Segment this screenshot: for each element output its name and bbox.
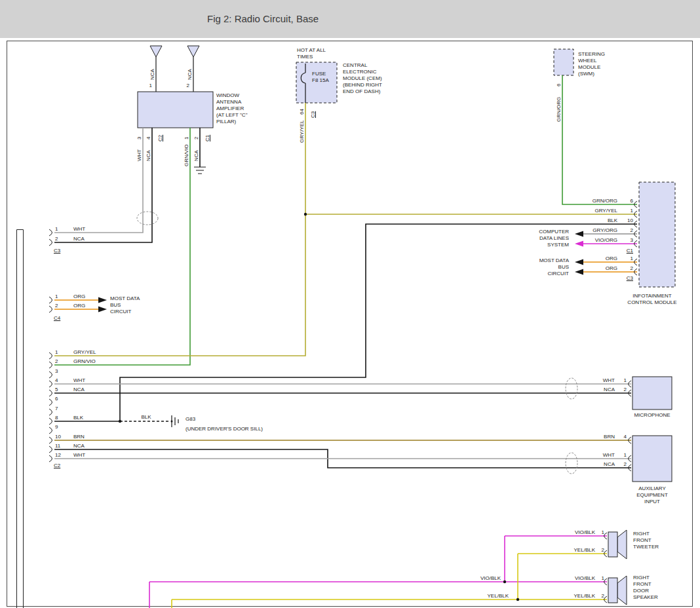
- icm-pin-2: 2: [623, 227, 633, 234]
- c3-wire-wht: WHT: [73, 226, 85, 233]
- icm-wire-vio-org: VIO/ORG: [581, 237, 617, 244]
- c2-pin-6: 6: [55, 396, 66, 402]
- infotainment-module-label: INFOTAINMENT CONTROL MODULE: [626, 293, 678, 306]
- icm-pin-arcs: [634, 201, 638, 275]
- icm-pin-c3-1: 1: [623, 256, 633, 262]
- door-speaker-pin-2: 2: [598, 593, 604, 599]
- icm-wire-grn-org: GRN/ORG: [581, 198, 617, 204]
- junction-dots: [119, 213, 519, 601]
- swm-box: [554, 49, 574, 75]
- fuse-label: FUSE F8 15A: [312, 71, 329, 84]
- amp-pin-3: 3: [136, 137, 142, 140]
- icm-connector-c1: C1: [621, 248, 633, 254]
- c4-wire-org-1: ORG: [73, 294, 85, 300]
- c2-pin-1: 1: [55, 349, 66, 356]
- c2-wire-1: GRY/YEL: [73, 349, 96, 356]
- c4-pin-1: 1: [55, 294, 64, 300]
- antenna2-wire-label: NCA: [187, 69, 193, 80]
- amp-pin-2: 2: [193, 137, 199, 140]
- icm-wire-gry-yel: GRY/YEL: [581, 208, 617, 214]
- icm-wire-gry-org: GRY/ORG: [581, 227, 617, 234]
- amp-wire-nca: NCA: [146, 150, 151, 161]
- amp-pin-1: 1: [184, 137, 189, 140]
- door-speaker-pin-1: 1: [598, 575, 604, 582]
- door-speaker-wire-vio-blk: VIO/BLK: [561, 575, 595, 582]
- tweeter-pin-2: 2: [598, 547, 604, 554]
- wire-amp-grn-vio: [54, 128, 190, 365]
- icm-pin-1: 1: [623, 208, 633, 214]
- aux-pin-arcs: [629, 437, 632, 471]
- c2-wire-4: WHT: [73, 377, 85, 384]
- door-speaker-label: RIGHT FRONT DOOR SPEAKER: [633, 575, 659, 601]
- connector-c4-pins: [49, 297, 52, 313]
- infotainment-module-box: [639, 182, 675, 287]
- c2-pin-9: 9: [55, 424, 66, 430]
- microphone-label: MICROPHONE: [632, 412, 672, 419]
- bottom-vio-blk-label: VIO/BLK: [469, 575, 501, 582]
- icm-pin-c3-2: 2: [623, 265, 633, 272]
- mic-wire-wht: WHT: [581, 377, 615, 384]
- tweeter-symbol: [608, 530, 627, 559]
- c2-pin-3: 3: [55, 368, 66, 375]
- c3-wire-nca: NCA: [73, 236, 85, 242]
- swm-label: STEERING WHEEL MODULE (SWM): [578, 51, 610, 77]
- c2-wire-8: BLK: [73, 415, 83, 421]
- hot-at-all-times-label: HOT AT ALL TIMES: [297, 47, 326, 60]
- c2-wire-10: BRN: [73, 434, 85, 440]
- c2-pin-12: 12: [55, 452, 66, 459]
- amplifier-label: WINDOW ANTENNA AMPLIFIER (AT LEFT "C" PI…: [216, 92, 250, 125]
- amp-connector-c2: C2: [157, 135, 163, 142]
- c2-pin-8: 8: [55, 415, 66, 421]
- c2-wire-5: NCA: [73, 387, 85, 393]
- c2-pin-4: 4: [55, 377, 66, 384]
- ground-symbol-amp: [194, 167, 206, 174]
- amp-wire-nca2: NCA: [193, 150, 199, 161]
- g83-location: (UNDER DRIVER'S DOOR SILL): [185, 426, 263, 432]
- wire-amp-wht: [54, 128, 143, 233]
- bottom-yel-blk-label: YEL/BLK: [477, 593, 509, 599]
- door-speaker-wire-yel-blk: YEL/BLK: [561, 593, 595, 599]
- antenna1-pin: 1: [143, 83, 152, 89]
- mic-wire-nca: NCA: [581, 387, 615, 393]
- tweeter-wire-yel-blk: YEL/BLK: [561, 547, 595, 554]
- door-speaker-symbol: [608, 576, 627, 605]
- mic-pin-2: 2: [619, 387, 627, 393]
- cem-label: CENTRAL ELECTRONIC MODULE (CEM) (BEHIND …: [343, 62, 383, 95]
- amp-wire-wht: WHT: [136, 149, 142, 161]
- c2-pin-5: 5: [55, 387, 66, 393]
- wire-icm-blk: [120, 224, 637, 421]
- c3-pin-1: 1: [55, 226, 64, 233]
- icm-wire-org-2: ORG: [581, 265, 617, 272]
- icm-pin-3: 3: [623, 237, 633, 244]
- c2-pin-2: 2: [55, 358, 66, 365]
- most-data-bus-label-right: MOST DATA BUS CIRCUIT: [537, 257, 569, 277]
- window-antenna-amplifier-box: [138, 92, 213, 128]
- cem-connector-c3: C3: [310, 111, 316, 118]
- c4-connector-label: C4: [54, 315, 60, 322]
- tweeter-label: RIGHT FRONT TWEETER: [633, 531, 659, 550]
- wire-amp-nca: [54, 128, 152, 242]
- c2-wire-12: WHT: [73, 452, 85, 459]
- amp-pin-4: 4: [146, 137, 151, 140]
- icm-wire-org-1: ORG: [581, 256, 617, 262]
- icm-connector-c3: C3: [621, 275, 633, 282]
- g83-name: G83: [185, 416, 195, 423]
- aux-input-box: [632, 436, 672, 482]
- aux-wire-wht: WHT: [581, 452, 615, 459]
- aux-wire-brn: BRN: [581, 434, 615, 440]
- arrow-c4-most-1: [98, 297, 107, 303]
- most-data-bus-label-left: MOST DATA BUS CIRCUIT: [110, 295, 142, 315]
- aux-pin-4: 4: [619, 434, 627, 440]
- mic-pin-1: 1: [619, 377, 627, 384]
- connector-c2-pins: [49, 352, 52, 462]
- c4-pin-2: 2: [55, 303, 64, 309]
- c2-wire-2: GRN/VIO: [73, 358, 96, 365]
- amp-wire-grn-vio: GRN/VIO: [184, 144, 189, 166]
- tweeter-wire-vio-blk: VIO/BLK: [561, 529, 595, 536]
- c2-pin-7: 7: [55, 406, 66, 412]
- swm-wire-grn-org: GRN/ORG: [556, 97, 562, 122]
- swm-pin-6: 6: [556, 84, 562, 86]
- arrow-c4-most-2: [98, 307, 107, 313]
- c2-pin-11: 11: [55, 443, 66, 449]
- c2-connector-label: C2: [54, 463, 60, 469]
